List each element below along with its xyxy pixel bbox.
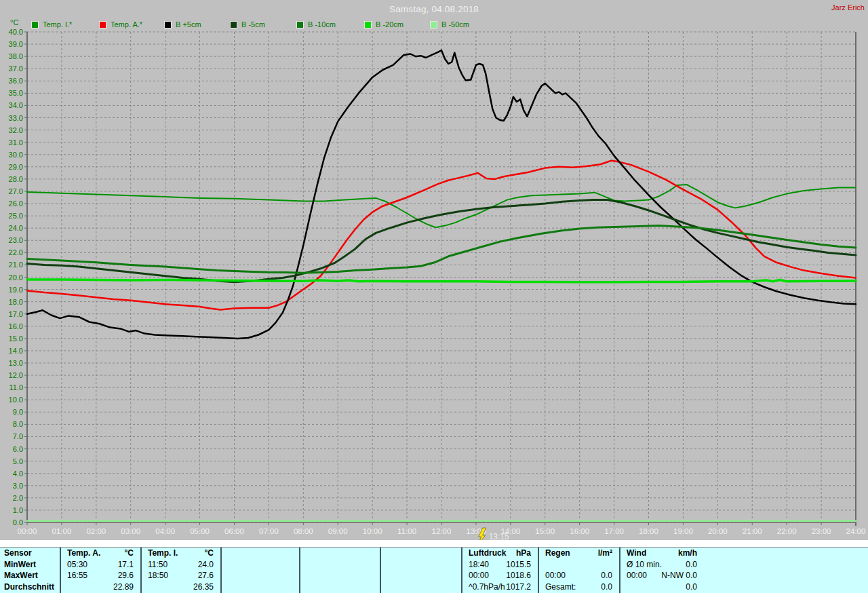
sensor-column: Temp. A.°C05:3017.116:5529.622.89 [60, 548, 140, 593]
legend-label: B -5cm [241, 20, 265, 28]
x-tick-label: 10:00 [363, 527, 382, 535]
legend-item: Temp. A.* [99, 20, 142, 28]
y-tick-label: 24.0 [9, 224, 23, 232]
x-tick-label: 01:00 [52, 527, 72, 535]
footer-cell: Regen [545, 548, 570, 559]
legend-label: Temp. I.* [43, 20, 72, 28]
footer-cell: Temp. A. [67, 548, 100, 559]
footer-cell: 0.0 [686, 581, 697, 593]
x-tick-label: 18:00 [639, 527, 658, 535]
x-tick-label: 23:00 [812, 527, 831, 535]
footer-cell: 00:00 [545, 570, 566, 581]
legend-swatch-icon [364, 21, 372, 28]
y-tick-label: 0.0 [13, 518, 23, 527]
legend-swatch-icon [164, 21, 172, 28]
legend-item: B -20cm [364, 20, 403, 28]
y-tick-label: 16.0 [9, 322, 23, 330]
footer-cell: 29.6 [118, 570, 134, 581]
legend-label: Temp. A.* [111, 20, 142, 28]
grid [27, 32, 856, 522]
footer-cell: Durchschnitt [4, 581, 54, 593]
y-tick-label: 7.0 [13, 432, 23, 440]
y-tick-label: 18.0 [9, 298, 23, 306]
footer-cell: 1018.6 [506, 570, 531, 581]
y-tick-label: 3.0 [13, 482, 23, 490]
legend-swatch-icon [230, 21, 237, 28]
temperature-chart[interactable]: 0.01.02.03.04.05.06.07.08.09.010.011.012… [0, 0, 868, 546]
legend-item: B -5cm [230, 20, 265, 28]
footer-cell: ^0.7hPa/h [469, 581, 505, 593]
chart-legend: Temp. I.*Temp. A.*B +5cmB -5cmB -10cmB -… [0, 20, 868, 29]
sensor-column [380, 548, 461, 593]
footer-cell: 1015.5 [506, 559, 531, 571]
x-tick-label: 17:00 [604, 527, 624, 535]
y-tick-label: 34.0 [9, 101, 23, 109]
footer-cell: 24.0 [198, 559, 214, 571]
footer-cell: 0.0 [601, 581, 612, 593]
x-tick-label: 12:00 [432, 527, 452, 535]
sensor-column: LuftdruckhPa18:401015.500:001018.6^0.7hP… [461, 548, 538, 593]
legend-item: B -50cm [430, 20, 469, 28]
y-tick-label: 14.0 [9, 347, 23, 355]
legend-label: B +5cm [176, 20, 201, 28]
y-tick-label: 38.0 [9, 52, 23, 60]
y-tick-label: 28.0 [9, 175, 23, 183]
sensor-column: Regenl/m²00:000.0Gesamt:0.0 [538, 548, 619, 593]
x-tick-label: 03:00 [121, 527, 140, 535]
y-tick-label: 15.0 [9, 334, 23, 343]
x-tick-label: 08:00 [294, 527, 313, 535]
y-tick-label: 30.0 [9, 151, 23, 159]
y-tick-label: 8.0 [13, 420, 23, 428]
x-tick-label: 00:00 [18, 527, 37, 535]
y-tick-label: 11.0 [9, 383, 23, 391]
footer-cell: km/h [678, 548, 697, 559]
footer-cell: 17.1 [118, 559, 134, 571]
stats-label-column: SensorMinWertMaxWertDurchschnitt [0, 548, 60, 593]
legend-swatch-icon [430, 21, 437, 28]
footer-cell: 27.6 [198, 570, 214, 581]
y-tick-label: 37.0 [9, 64, 23, 73]
legend-swatch-icon [99, 21, 106, 28]
x-tick-label: 21:00 [743, 527, 762, 535]
legend-swatch-icon [296, 21, 304, 28]
y-tick-label: 4.0 [13, 470, 23, 478]
series-line [27, 280, 856, 282]
x-tick-label: 22:00 [777, 527, 797, 535]
y-tick-label: 9.0 [13, 408, 23, 416]
footer-cell: Ø 10 min. [627, 559, 662, 571]
y-tick-label: 5.0 [13, 457, 23, 465]
footer-cell: 0.0 [601, 570, 612, 581]
legend-swatch-icon [31, 21, 39, 28]
sensor-column [220, 548, 299, 593]
x-tick-label: 11:00 [397, 527, 416, 535]
legend-label: B -20cm [376, 20, 403, 28]
footer-cell: 00:00 [469, 570, 489, 581]
x-tick-label: 15:00 [535, 527, 555, 535]
y-tick-label: 2.0 [13, 494, 23, 502]
x-tick-label: 05:00 [190, 527, 210, 535]
footer-cell: Luftdruck [469, 548, 506, 559]
x-tick-label: 16:00 [570, 527, 589, 535]
footer-cell: °C [125, 548, 134, 559]
footer-cell: 05:30 [67, 559, 87, 571]
y-tick-label: 10.0 [9, 396, 23, 404]
x-tick-label: 20:00 [708, 527, 728, 535]
footer-empty-area [704, 548, 868, 593]
weather-app-window: Samstag, 04.08.2018 Jarz Erich 0.01.02.0… [0, 0, 868, 593]
legend-label: B -10cm [308, 20, 336, 28]
footer-cell: 26.35 [193, 581, 214, 593]
x-tick-label: 04:00 [155, 527, 175, 535]
y-tick-label: 36.0 [9, 77, 23, 85]
footer-cell: 11:50 [148, 559, 167, 571]
stats-table: SensorMinWertMaxWertDurchschnittTemp. A.… [0, 547, 868, 593]
footer-cell: 18:50 [148, 570, 168, 581]
y-tick-label: 27.0 [9, 187, 23, 195]
sensor-column [299, 548, 380, 593]
x-tick-label: 19:00 [673, 527, 693, 535]
footer-cell: 0.0 [686, 559, 697, 571]
footer-cell: Sensor [4, 548, 32, 559]
legend-item: B +5cm [164, 20, 201, 28]
footer-cell: 1017.2 [506, 581, 531, 593]
footer-cell: hPa [516, 548, 531, 559]
footer-cell: Wind [627, 548, 646, 559]
